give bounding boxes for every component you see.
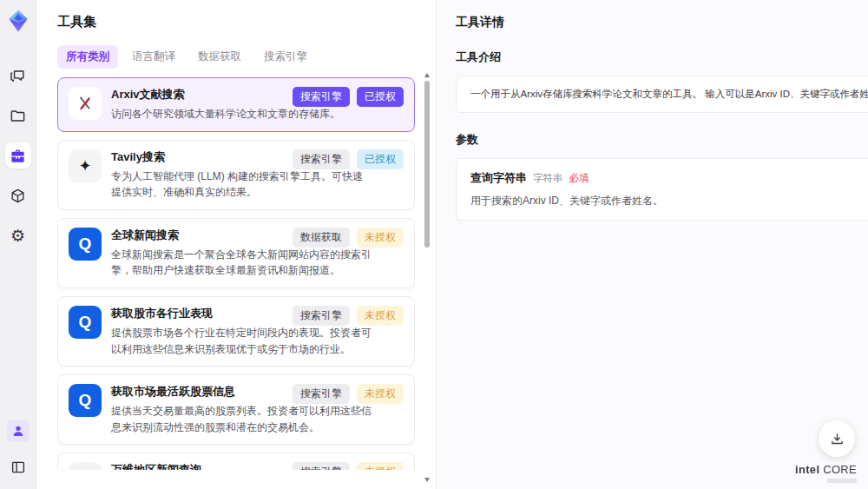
- package-icon[interactable]: [5, 182, 31, 208]
- intro-heading: 工具介绍: [456, 50, 868, 65]
- tool-tags: 搜索引擎 已授权: [293, 149, 404, 169]
- tool-tags: 搜索引擎 已授权: [293, 87, 404, 107]
- brand-core-text: CORE: [823, 463, 857, 476]
- tool-tags: 搜索引擎 未授权: [293, 462, 404, 470]
- tool-card-region-news[interactable]: 万维地区新闻查询 查询具体行政区划内的新闻，快速了解各地新闻动 搜索引擎 未授权: [57, 453, 415, 470]
- details-title: 工具详情: [456, 15, 868, 30]
- intro-card: 一个用于从Arxiv存储库搜索科学论文和文章的工具。 输入可以是Arxiv ID…: [456, 76, 868, 113]
- intro-text: 一个用于从Arxiv存储库搜索科学论文和文章的工具。 输入可以是Arxiv ID…: [470, 88, 868, 101]
- app-window: ⚙ 工具集 所有类别 语言翻译 数据获取 搜索引擎: [0, 0, 868, 489]
- icon-rail: ⚙: [0, 0, 36, 489]
- scrollbar-thumb[interactable]: [424, 81, 430, 248]
- auth-status-tag: 未授权: [357, 306, 404, 326]
- category-tag: 搜索引擎: [293, 384, 350, 404]
- news-search-logo-icon: Q: [69, 228, 102, 261]
- tool-description: 提供股票市场各个行业在特定时间段内的表现。投资者可以利用这些信息来识别表现优于或…: [111, 325, 372, 357]
- param-description: 用于搜索的Arxiv ID、关键字或作者姓名。: [470, 194, 868, 208]
- tool-tags: 搜索引擎 未授权: [293, 384, 404, 404]
- tool-description: 全球新闻搜索是一个聚合全球各大新闻网站内容的搜索引擎，帮助用户快速获取全球最新资…: [111, 247, 372, 279]
- list-scrollbar[interactable]: [424, 73, 431, 482]
- category-tag: 搜索引擎: [293, 149, 350, 169]
- tool-description: 专为人工智能代理 (LLM) 构建的搜索引擎工具。可快速提供实时、准确和真实的结…: [111, 169, 372, 201]
- tool-card-active-stocks[interactable]: Q 获取市场最活跃股票信息 提供当天交易量最高的股票列表。投资者可以利用这些信息…: [57, 374, 415, 445]
- region-news-logo-icon: [69, 462, 102, 470]
- tavily-logo-icon: ✦: [69, 149, 102, 182]
- intel-core-logo: intel CORE: [795, 462, 857, 483]
- tool-tags: 搜索引擎 未授权: [293, 306, 404, 326]
- param-required-badge: 必填: [569, 172, 589, 185]
- tool-description: 提供当天交易量最高的股票列表。投资者可以利用这些信息来识别流动性强的股票和潜在的…: [111, 403, 372, 435]
- scroll-down-arrow[interactable]: [424, 478, 430, 482]
- active-stocks-logo-icon: Q: [69, 384, 102, 417]
- params-heading: 参数: [456, 132, 868, 148]
- tool-card-tavily[interactable]: ✦ Tavily搜索 专为人工智能代理 (LLM) 构建的搜索引擎工具。可快速提…: [57, 140, 415, 210]
- page-title: 工具集: [57, 14, 436, 30]
- tool-details-panel: 工具详情 工具介绍 一个用于从Arxiv存储库搜索科学论文和文章的工具。 输入可…: [436, 0, 868, 489]
- auth-status-tag: 已授权: [357, 149, 404, 169]
- collapse-panel-icon[interactable]: [5, 454, 31, 480]
- tool-card-stock-sectors[interactable]: Q 获取股市各行业表现 提供股票市场各个行业在特定时间段内的表现。投资者可以利用…: [57, 296, 415, 367]
- settings-gear-icon[interactable]: ⚙: [5, 222, 31, 248]
- tool-card-arxiv[interactable]: Arxiv文献搜索 访问各个研究领域大量科学论文和文章的存储库。 搜索引擎 已授…: [57, 77, 415, 132]
- param-type: 字符串: [533, 172, 563, 185]
- download-button[interactable]: [819, 420, 855, 457]
- tool-list: Arxiv文献搜索 访问各个研究领域大量科学论文和文章的存储库。 搜索引擎 已授…: [57, 77, 415, 470]
- brand-intel-text: intel: [795, 463, 819, 476]
- tab-search-engine[interactable]: 搜索引擎: [255, 45, 316, 69]
- tab-language-translation[interactable]: 语言翻译: [123, 45, 184, 69]
- toolbox-icon[interactable]: [5, 142, 31, 169]
- folder-icon[interactable]: [5, 102, 31, 129]
- category-tag: 搜索引擎: [293, 87, 350, 107]
- rail-nav: ⚙: [5, 63, 31, 248]
- app-logo-icon: [6, 9, 30, 33]
- tab-data-fetch[interactable]: 数据获取: [189, 45, 250, 69]
- category-tabs: 所有类别 语言翻译 数据获取 搜索引擎: [57, 45, 436, 69]
- user-avatar-icon[interactable]: [7, 420, 30, 442]
- tool-description: 访问各个研究领域大量科学论文和文章的存储库。: [111, 106, 372, 122]
- tab-all-categories[interactable]: 所有类别: [57, 45, 118, 69]
- auth-status-tag: 未授权: [357, 228, 404, 248]
- tool-list-panel: 工具集 所有类别 语言翻译 数据获取 搜索引擎 Arxiv文献搜索 访问各个研究…: [36, 0, 436, 489]
- auth-status-tag: 未授权: [357, 462, 404, 470]
- tool-tags: 数据获取 未授权: [293, 228, 404, 248]
- brand-subtext-bar: [827, 479, 857, 483]
- chat-icon[interactable]: [5, 63, 31, 89]
- param-name: 查询字符串: [470, 170, 527, 186]
- param-card: 查询字符串 字符串 必填 用于搜索的Arxiv ID、关键字或作者姓名。: [456, 158, 868, 221]
- scroll-up-arrow[interactable]: [424, 73, 430, 77]
- arxiv-logo-icon: [69, 87, 102, 120]
- auth-status-tag: 已授权: [357, 87, 404, 107]
- tool-card-global-news[interactable]: Q 全球新闻搜索 全球新闻搜索是一个聚合全球各大新闻网站内容的搜索引擎，帮助用户…: [57, 218, 415, 288]
- auth-status-tag: 未授权: [357, 384, 404, 404]
- category-tag: 搜索引擎: [293, 462, 350, 470]
- category-tag: 数据获取: [293, 228, 350, 248]
- stock-sector-logo-icon: Q: [69, 306, 102, 339]
- category-tag: 搜索引擎: [293, 306, 350, 326]
